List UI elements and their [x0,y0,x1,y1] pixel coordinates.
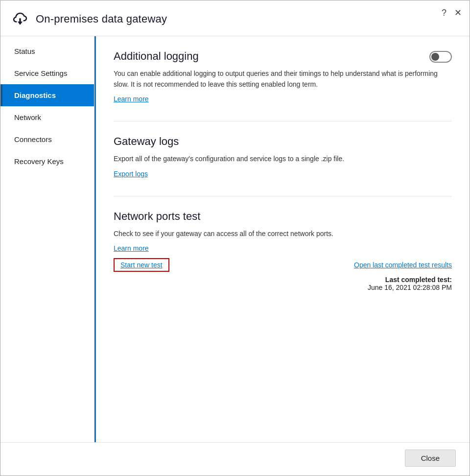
footer: Close [0,442,470,476]
last-completed-label: Last completed test: [385,276,452,284]
gateway-logs-title: Gateway logs [114,135,452,148]
network-ports-learn-more[interactable]: Learn more [114,244,452,252]
content-area: Status Service Settings Diagnostics Netw… [0,36,470,442]
main-window: On-premises data gateway ? ✕ Status Serv… [0,0,470,476]
help-button[interactable]: ? [442,8,446,18]
network-ports-test-section: Network ports test Check to see if your … [114,210,452,291]
additional-logging-section: Additional logging You can enable additi… [114,50,452,103]
open-results-link[interactable]: Open last completed test results [354,261,452,269]
sidebar-item-service-settings[interactable]: Service Settings [0,62,94,84]
additional-logging-header: Additional logging [114,50,452,69]
export-logs-link[interactable]: Export logs [114,170,148,178]
network-ports-test-title: Network ports test [114,210,452,223]
additional-logging-title: Additional logging [114,50,452,63]
divider-2 [114,196,452,196]
app-icon [10,9,30,29]
gateway-logs-section: Gateway logs Export all of the gateway's… [114,135,452,178]
additional-logging-toggle[interactable] [429,51,452,63]
toggle-knob [431,53,439,61]
window-title: On-premises data gateway [36,13,167,25]
additional-logging-learn-more[interactable]: Learn more [114,95,149,103]
title-bar: On-premises data gateway ? ✕ [0,0,470,36]
sidebar-item-connectors[interactable]: Connectors [0,128,94,150]
sidebar-item-network[interactable]: Network [0,106,94,128]
sidebar: Status Service Settings Diagnostics Netw… [0,36,94,442]
toggle-track [429,51,452,63]
last-completed-info: Last completed test: June 16, 2021 02:28… [114,276,452,291]
test-actions-row: Start new test Open last completed test … [114,258,452,272]
window-controls: ? ✕ [442,7,462,18]
divider-1 [114,121,452,121]
additional-logging-description: You can enable additional logging to out… [114,69,446,90]
gateway-logs-description: Export all of the gateway's configuratio… [114,154,446,165]
close-window-button[interactable]: ✕ [454,7,462,18]
close-button[interactable]: Close [405,450,456,467]
last-completed-date: June 16, 2021 02:28:08 PM [368,284,452,291]
sidebar-item-status[interactable]: Status [0,40,94,62]
sidebar-item-diagnostics[interactable]: Diagnostics [0,84,94,106]
sidebar-item-recovery-keys[interactable]: Recovery Keys [0,150,94,172]
start-new-test-button[interactable]: Start new test [114,258,169,272]
svg-marker-1 [18,22,23,25]
main-content: Additional logging You can enable additi… [94,36,470,442]
network-ports-test-description: Check to see if your gateway can access … [114,229,446,239]
